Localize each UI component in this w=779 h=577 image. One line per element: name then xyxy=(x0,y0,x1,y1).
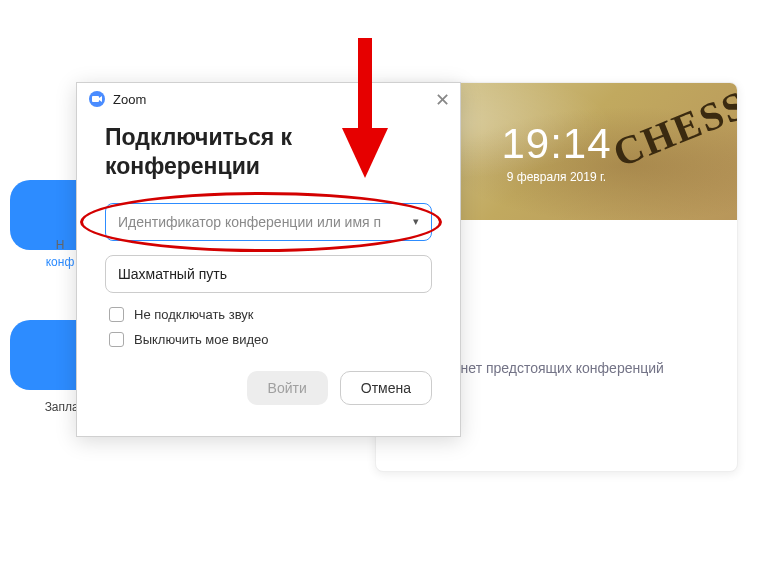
meeting-id-placeholder: Идентификатор конференции или имя п xyxy=(118,214,405,230)
cancel-button[interactable]: Отмена xyxy=(340,371,432,405)
meeting-id-input[interactable]: Идентификатор конференции или имя п ▾ xyxy=(105,203,432,241)
checkbox-icon xyxy=(109,332,124,347)
zoom-icon xyxy=(89,91,105,107)
join-dialog: Zoom ✕ Подключиться к конференции Иденти… xyxy=(76,82,461,437)
name-input[interactable]: Шахматный путь xyxy=(105,255,432,293)
clock-date: 9 февраля 2019 г. xyxy=(507,170,606,184)
close-icon[interactable]: ✕ xyxy=(435,91,450,109)
annotation-arrow xyxy=(340,38,390,182)
checkbox-icon xyxy=(109,307,124,322)
svg-rect-0 xyxy=(92,96,99,102)
dialog-header: Zoom ✕ xyxy=(77,83,460,115)
no-audio-label: Не подключать звук xyxy=(134,307,254,322)
svg-rect-1 xyxy=(358,38,372,133)
chevron-down-icon: ▾ xyxy=(413,215,419,228)
no-video-label: Выключить мое видео xyxy=(134,332,269,347)
no-audio-checkbox[interactable]: Не подключать звук xyxy=(105,307,432,322)
dialog-app-name: Zoom xyxy=(113,92,146,107)
chess-decoration: CHESS xyxy=(606,83,737,177)
no-video-checkbox[interactable]: Выключить мое видео xyxy=(105,332,432,347)
clock-time: 19:14 xyxy=(501,120,611,168)
join-button[interactable]: Войти xyxy=(247,371,328,405)
